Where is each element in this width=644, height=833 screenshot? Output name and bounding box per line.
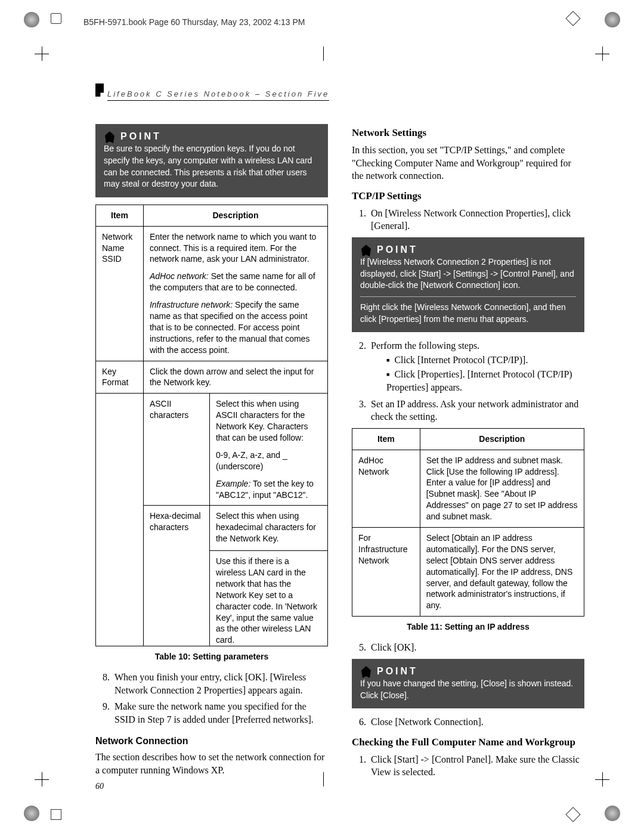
page-number: 60 <box>95 782 104 791</box>
point-icon <box>104 131 116 143</box>
heading-network-settings: Network Settings <box>352 126 584 140</box>
heading-checking-name: Checking the Full Computer Name and Work… <box>352 736 584 750</box>
steps-8-9: When you finish your entry, click [OK]. … <box>95 671 328 726</box>
point-box-1: POINT Be sure to specify the encryption … <box>95 124 328 197</box>
heading-tcpip: TCP/IP Settings <box>352 190 584 203</box>
table-10: ItemDescription Network Name SSID Enter … <box>95 205 328 647</box>
network-connection-text: The section describes how to set the net… <box>95 751 328 776</box>
heading-network-connection: Network Connection <box>95 735 328 748</box>
tcpip-steps-2-3: Perform the following steps. Click [Inte… <box>352 339 584 423</box>
book-header: B5FH-5971.book Page 60 Thursday, May 23,… <box>83 17 305 27</box>
tcpip-step-1: On [Wireless Network Connection Properti… <box>352 207 584 233</box>
cfw-step-1: Click [Start] -> [Control Panel]. Make s… <box>352 753 584 779</box>
point-box-2: POINT If [Wireless Network Connection 2 … <box>352 237 584 332</box>
table-10-caption: Table 10: Setting parameters <box>95 651 328 662</box>
network-settings-text: In this section, you set "TCP/IP Setting… <box>352 144 584 182</box>
point-icon <box>360 666 372 678</box>
tcpip-step-6: Close [Network Connection]. <box>352 716 584 729</box>
table-11: ItemDescription AdHoc NetworkSet the IP … <box>352 428 584 617</box>
table-11-caption: Table 11: Setting an IP address <box>352 621 584 633</box>
point-box-3: POINT If you have changed the setting, [… <box>352 659 584 709</box>
running-head: LifeBook C Series Notebook – Section Fiv… <box>95 83 584 99</box>
tcpip-step-5: Click [OK]. <box>352 641 584 654</box>
point-icon <box>360 244 372 256</box>
